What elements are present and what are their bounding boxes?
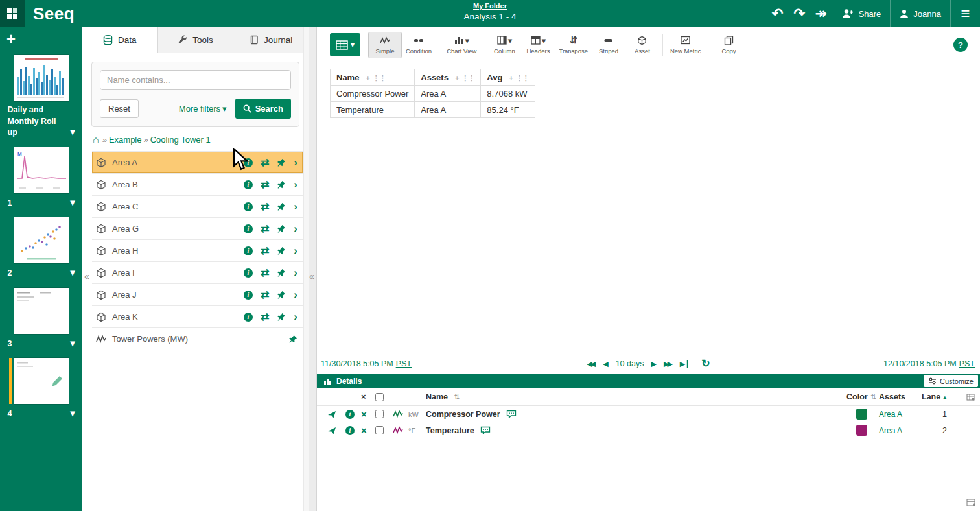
details-column-name[interactable]: Name bbox=[426, 392, 448, 401]
column-grip-icon[interactable]: ⋮⋮ bbox=[373, 74, 386, 82]
toolbar-button-striped[interactable]: Striped bbox=[592, 32, 625, 58]
color-swatch[interactable] bbox=[856, 409, 867, 420]
table-view-button[interactable]: ▾ bbox=[330, 33, 360, 56]
info-icon[interactable]: i bbox=[244, 224, 253, 233]
worksheet-thumbnail[interactable]: M bbox=[14, 147, 69, 193]
asset-link[interactable]: Area A bbox=[879, 410, 902, 419]
info-icon[interactable]: i bbox=[244, 202, 253, 211]
pin-icon[interactable] bbox=[277, 246, 286, 256]
reset-button[interactable]: Reset bbox=[100, 99, 139, 118]
worksheet-caret-icon[interactable]: ▾ bbox=[67, 267, 75, 279]
swap-asset-icon[interactable]: ⇄ bbox=[261, 313, 269, 322]
toolbar-button-chart-view[interactable]: ▾ Chart View bbox=[443, 32, 480, 58]
color-swatch[interactable] bbox=[856, 425, 867, 436]
undo-icon[interactable]: ↶ bbox=[767, 0, 789, 27]
details-column-assets[interactable]: Assets bbox=[879, 392, 922, 401]
swap-asset-icon[interactable]: ⇄ bbox=[261, 180, 269, 189]
start-timezone-link[interactable]: PST bbox=[396, 359, 412, 368]
signal-name[interactable]: Compressor Power bbox=[426, 410, 500, 419]
toolbar-button-condition[interactable]: Condition bbox=[402, 32, 436, 58]
worksheet-thumbnail[interactable] bbox=[14, 358, 69, 404]
seeq-logo[interactable]: Seeq bbox=[33, 4, 75, 24]
redo-icon[interactable]: ↷ bbox=[788, 0, 810, 27]
asset-row-area-g[interactable]: Area G i ⇄ › bbox=[92, 218, 303, 240]
column-header-assets[interactable]: Assets+⋮⋮ bbox=[415, 69, 481, 86]
asset-row-area-b[interactable]: Area B i ⇄ › bbox=[92, 174, 303, 196]
hamburger-menu-button[interactable]: ≡ bbox=[950, 0, 980, 27]
asset-row-area-i[interactable]: Area I i ⇄ › bbox=[92, 262, 303, 284]
breadcrumb-link-example[interactable]: Example bbox=[109, 135, 142, 145]
more-filters-link[interactable]: More filters ▾ bbox=[179, 104, 227, 113]
drill-in-chevron-icon[interactable]: › bbox=[294, 180, 298, 189]
worksheet-label[interactable]: 3 bbox=[8, 339, 68, 350]
user-menu[interactable]: Joanna bbox=[890, 0, 950, 27]
worksheet-label[interactable]: 4 bbox=[8, 409, 68, 420]
tab-tools[interactable]: Tools bbox=[158, 27, 234, 53]
pin-icon[interactable] bbox=[277, 268, 286, 278]
breadcrumb-link-cooling-tower[interactable]: Cooling Tower 1 bbox=[150, 135, 211, 145]
info-icon[interactable]: i bbox=[244, 158, 253, 167]
refresh-icon[interactable]: ↻ bbox=[701, 359, 710, 368]
tab-journal[interactable]: Journal bbox=[233, 27, 309, 53]
select-all-checkbox[interactable] bbox=[375, 393, 384, 401]
help-button[interactable]: ? bbox=[953, 38, 968, 52]
remove-all-icon[interactable]: × bbox=[361, 392, 375, 401]
data-panel-scrollbar[interactable] bbox=[303, 27, 309, 511]
swap-asset-icon[interactable]: ⇄ bbox=[261, 268, 269, 278]
remove-icon[interactable]: × bbox=[361, 426, 375, 435]
step-forward-full-icon[interactable]: ▶▶ bbox=[664, 360, 673, 368]
swap-asset-icon[interactable]: ⇄ bbox=[261, 246, 269, 256]
swap-asset-icon[interactable]: ⇄ bbox=[261, 224, 269, 233]
pin-icon[interactable] bbox=[277, 291, 286, 300]
column-grip-icon[interactable]: ⋮⋮ bbox=[461, 74, 474, 82]
sort-ascending-icon[interactable]: ▴ bbox=[943, 394, 946, 401]
row-checkbox[interactable] bbox=[375, 426, 384, 434]
details-row-compressor-power[interactable]: i × kW Compressor Power bbox=[317, 406, 980, 422]
table-row[interactable]: Temperature Area A 85.24 °F bbox=[331, 102, 535, 118]
toolbar-button-new-metric[interactable]: New Metric bbox=[666, 32, 705, 58]
toolbar-button-asset[interactable]: Asset bbox=[625, 32, 659, 58]
fast-forward-icon[interactable]: ↠ bbox=[810, 0, 832, 27]
worksheet-caret-icon[interactable]: ▾ bbox=[67, 196, 75, 209]
asset-link[interactable]: Area A bbox=[879, 426, 902, 435]
comment-bubble-icon[interactable] bbox=[506, 410, 517, 418]
app-grid-button[interactable] bbox=[0, 0, 25, 27]
signal-name[interactable]: Temperature bbox=[426, 426, 474, 435]
pin-icon[interactable] bbox=[288, 335, 298, 344]
step-back-full-icon[interactable]: ◀◀ bbox=[587, 360, 596, 368]
toolbar-button-transpose[interactable]: ⇵ Transpose bbox=[555, 32, 592, 58]
worksheet-caret-icon[interactable]: ▾ bbox=[67, 407, 75, 420]
range-duration[interactable]: 10 days bbox=[616, 359, 644, 368]
customize-button[interactable]: Customize bbox=[924, 375, 978, 387]
share-button[interactable]: Share bbox=[832, 0, 891, 27]
swap-asset-icon[interactable]: ⇄ bbox=[261, 291, 269, 300]
pin-icon[interactable] bbox=[277, 180, 286, 189]
worksheet-label[interactable]: 2 bbox=[8, 268, 68, 279]
drill-in-chevron-icon[interactable]: › bbox=[294, 291, 298, 300]
step-to-now-icon[interactable]: ▶ bbox=[680, 360, 688, 368]
add-worksheet-button[interactable]: + bbox=[6, 31, 21, 47]
toolbar-button-column[interactable]: ▾ Column bbox=[487, 32, 521, 58]
drill-in-chevron-icon[interactable]: › bbox=[294, 224, 298, 233]
signal-row-tower-powers[interactable]: Tower Powers (MW) bbox=[92, 328, 303, 350]
range-end[interactable]: 12/10/2018 5:05 PMPST bbox=[883, 359, 975, 368]
details-column-color[interactable]: Color bbox=[846, 392, 868, 401]
worksheet-thumbnail[interactable] bbox=[14, 288, 69, 334]
search-button[interactable]: Search bbox=[235, 99, 291, 119]
details-column-lane[interactable]: Lane bbox=[922, 392, 940, 401]
range-start[interactable]: 11/30/2018 5:05 PMPST bbox=[321, 359, 412, 368]
send-icon[interactable] bbox=[327, 410, 345, 418]
worksheet-label[interactable]: 1 bbox=[8, 198, 68, 209]
pin-icon[interactable] bbox=[277, 202, 286, 211]
pin-icon[interactable] bbox=[277, 158, 286, 167]
info-icon[interactable]: i bbox=[244, 268, 253, 278]
toolbar-button-copy[interactable]: Copy bbox=[712, 32, 745, 58]
info-icon[interactable]: i bbox=[345, 426, 355, 435]
info-icon[interactable]: i bbox=[244, 180, 253, 189]
send-icon[interactable] bbox=[327, 427, 345, 434]
asset-row-area-j[interactable]: Area J i ⇄ › bbox=[92, 284, 303, 306]
row-checkbox[interactable] bbox=[375, 410, 384, 418]
collapse-rail-icon[interactable]: « bbox=[84, 271, 89, 281]
column-move-icon[interactable]: + bbox=[509, 74, 513, 82]
worksheet-caret-icon[interactable]: ▾ bbox=[67, 126, 75, 139]
